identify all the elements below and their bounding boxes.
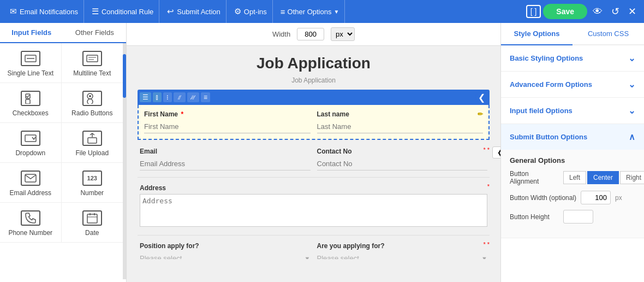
accordion-input-field-header[interactable]: Input field Options ⌄ — [501, 98, 644, 124]
otheroptions-icon: ≡ — [281, 7, 285, 16]
svg-point-8 — [89, 95, 91, 97]
dropdown-icon — [21, 131, 40, 146]
right-panel: Style Options Custom CSS Basic Styling O… — [500, 23, 644, 282]
refresh-button[interactable]: ↺ — [608, 3, 623, 20]
email-input[interactable] — [140, 157, 311, 171]
accordion-advanced-form-header[interactable]: Advanced Form Options ⌄ — [501, 72, 644, 97]
style-tab-bar: Style Options Custom CSS — [501, 23, 644, 45]
email-label: Email — [140, 148, 311, 155]
applying-for-select[interactable]: Please select ▼ — [317, 252, 488, 259]
field-checkboxes[interactable]: Checkboxes — [0, 83, 62, 123]
submit-button-chevron-icon: ∧ — [629, 132, 635, 142]
form-row-position: * * Position apply for? Please select ▼ … — [138, 236, 490, 259]
row-layout-1col[interactable]: ☰ — [140, 92, 151, 102]
nav-conditional-rule[interactable]: ☰ Conditional Rule — [86, 0, 159, 23]
field-contact-no: Contact No — [317, 148, 488, 171]
tab-other-fields[interactable]: Other Fields — [63, 23, 127, 42]
align-right-button[interactable]: Right — [620, 171, 644, 184]
accordion-input-field: Input field Options ⌄ — [501, 98, 644, 124]
field-phone-number[interactable]: Phone Number — [0, 203, 62, 243]
center-canvas: Width px % Job Application Job Applicati… — [127, 23, 500, 282]
row-layout-2col[interactable]: ⫿ — [153, 92, 162, 102]
nav-email-notifications[interactable]: ✉ Email Notifications — [4, 0, 84, 23]
field-number[interactable]: 123 Number — [62, 163, 123, 203]
align-center-button[interactable]: Center — [587, 171, 619, 184]
field-multiline-text[interactable]: Multiline Text — [62, 43, 123, 83]
accordion-advanced-form-label: Advanced Form Options — [510, 80, 592, 89]
multiline-text-icon — [82, 51, 102, 66]
number-icon: 123 — [82, 171, 102, 186]
contact-no-label: Contact No — [317, 148, 488, 155]
row-layout-3col[interactable]: ⫶ — [163, 92, 172, 102]
last-name-input[interactable] — [317, 120, 484, 133]
first-name-label: First Name * — [144, 110, 311, 118]
position-arrow-icon: ▼ — [305, 255, 311, 260]
field-date[interactable]: Date — [62, 203, 123, 243]
sidebar-collapse-button[interactable]: ❮ — [492, 146, 500, 158]
file-upload-icon — [82, 131, 102, 146]
button-width-label: Button Width (optional) — [510, 194, 576, 202]
form-row-contact: * * Email Contact No — [138, 141, 490, 178]
bracket-button[interactable]: [ ] — [526, 5, 541, 18]
address-required-star: * — [487, 183, 490, 190]
contact-no-input[interactable] — [317, 157, 488, 171]
alignment-option-row: Button Alignment Left Center Right — [510, 170, 635, 185]
form-row-name: ☰ ⫿ ⫶ ⫽ ⫻ ≡ ❮ First Name * — [138, 90, 490, 140]
row-layout-5col[interactable]: ⫻ — [187, 92, 199, 102]
field-file-upload-label: File Upload — [75, 149, 109, 157]
advanced-form-chevron-icon: ⌄ — [628, 79, 635, 90]
conditional-icon: ☰ — [92, 7, 99, 16]
position-placeholder: Please select — [140, 254, 182, 259]
nav-optins-label: Opt-ins — [244, 8, 267, 16]
accordion-submit-button-header[interactable]: Submit Button Options ∧ — [501, 124, 644, 150]
field-checkboxes-label: Checkboxes — [13, 109, 49, 117]
field-multiline-text-label: Multiline Text — [73, 69, 111, 77]
form-title: Job Application — [138, 46, 490, 77]
accordion-basic-styling-header[interactable]: Basic Styling Options ⌄ — [501, 45, 644, 71]
field-email-address-label: Email Address — [9, 189, 51, 197]
width-input[interactable] — [297, 28, 324, 40]
save-button[interactable]: Save — [543, 4, 587, 19]
svg-rect-12 — [25, 174, 36, 182]
address-textarea[interactable] — [140, 194, 487, 227]
row-layout-6col[interactable]: ≡ — [201, 92, 210, 102]
contact-required-star: * * — [483, 146, 490, 153]
sidebar-scrollbar[interactable] — [123, 43, 126, 279]
submit-icon: ↩ — [167, 7, 174, 16]
row-collapse-button[interactable]: ❮ — [475, 91, 487, 103]
button-width-input[interactable] — [581, 191, 611, 204]
first-name-input[interactable] — [144, 120, 311, 133]
field-file-upload[interactable]: File Upload — [62, 123, 123, 163]
sidebar-tab-bar: Input Fields Other Fields — [0, 23, 126, 43]
height-option-row: Button Height — [510, 210, 635, 224]
single-line-text-icon — [21, 51, 40, 66]
nav-submit-label: Submit Action — [177, 8, 220, 16]
accordion-submit-button-body: General Options Button Alignment Left Ce… — [501, 150, 644, 238]
field-email-address[interactable]: Email Address — [0, 163, 62, 203]
field-first-name: First Name * — [144, 110, 311, 133]
width-unit-select[interactable]: px % — [331, 27, 355, 41]
width-option-row: Button Width (optional) px — [510, 191, 635, 204]
row-layout-4col[interactable]: ⫽ — [174, 92, 186, 102]
tab-input-fields[interactable]: Input Fields — [0, 23, 63, 43]
nav-submit-action[interactable]: ↩ Submit Action — [162, 0, 226, 23]
field-radio-buttons[interactable]: Radio Buttons — [62, 83, 123, 123]
basic-styling-chevron-icon: ⌄ — [628, 53, 635, 63]
preview-button[interactable]: 👁 — [589, 4, 606, 20]
field-single-line-text[interactable]: Single Line Text — [0, 43, 62, 83]
form-row-selected-content: First Name * Last name ✏ — [138, 105, 490, 140]
position-select[interactable]: Please select ▼ — [140, 252, 311, 259]
accordion-advanced-form: Advanced Form Options ⌄ — [501, 72, 644, 98]
align-left-button[interactable]: Left — [563, 171, 586, 184]
button-height-input[interactable] — [563, 210, 593, 224]
field-phone-number-label: Phone Number — [8, 229, 52, 237]
canvas-toolbar: Width px % — [127, 23, 500, 46]
field-dropdown[interactable]: Dropdown — [0, 123, 62, 163]
field-radio-buttons-label: Radio Buttons — [71, 109, 112, 117]
tab-custom-css[interactable]: Custom CSS — [573, 23, 644, 44]
nav-other-options[interactable]: ≡ Other Options ▼ — [275, 0, 345, 23]
tab-style-options[interactable]: Style Options — [501, 23, 573, 45]
nav-opt-ins[interactable]: ⚙ Opt-ins — [229, 0, 273, 23]
close-button[interactable]: ✕ — [625, 3, 640, 20]
nav-conditional-label: Conditional Rule — [102, 8, 153, 16]
